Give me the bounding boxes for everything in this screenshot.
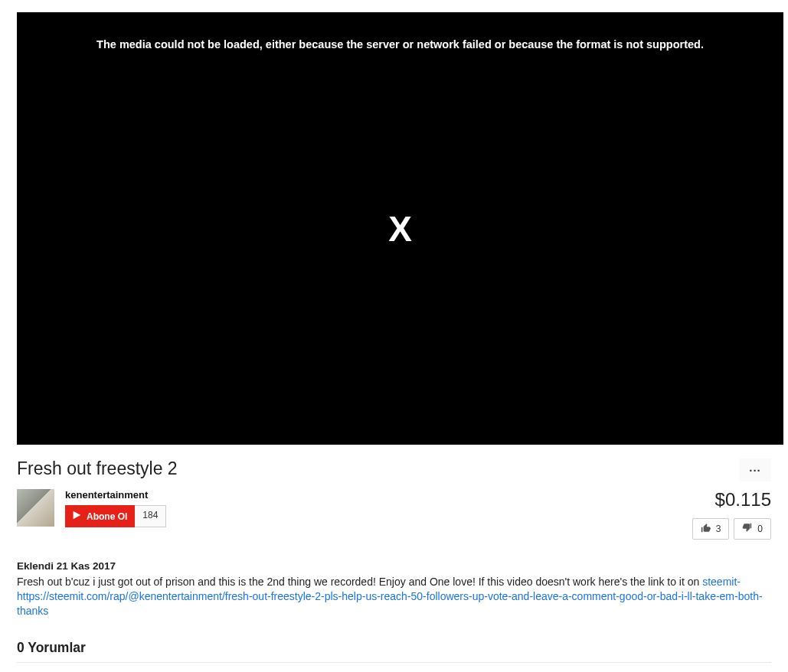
like-count: 3 — [716, 524, 721, 534]
play-icon — [71, 510, 82, 523]
channel-name-link[interactable]: kenentertainment — [65, 489, 166, 501]
player-x-icon: X — [388, 208, 412, 250]
channel-avatar[interactable] — [17, 489, 54, 527]
upload-date: Eklendi 21 Kas 2017 — [17, 559, 771, 573]
video-price: $0.115 — [715, 489, 771, 511]
subscribe-button[interactable]: Abone Ol — [65, 505, 135, 527]
thumbs-up-icon — [701, 523, 711, 535]
dislike-button[interactable]: 0 — [734, 518, 771, 540]
more-options-button[interactable]: ··· — [739, 458, 771, 481]
subscribe-label: Abone Ol — [87, 511, 127, 522]
like-button[interactable]: 3 — [692, 518, 730, 540]
dislike-count: 0 — [757, 524, 763, 534]
video-title: Fresh out freestyle 2 — [17, 458, 178, 479]
thumbs-down-icon — [742, 523, 752, 535]
player-error-message: The media could not be loaded, either be… — [17, 38, 783, 51]
video-description: Eklendi 21 Kas 2017 Fresh out b'cuz i ju… — [17, 559, 771, 618]
subscriber-count: 184 — [135, 505, 166, 527]
description-text: Fresh out b'cuz i just got out of prison… — [17, 576, 702, 588]
video-player[interactable]: The media could not be loaded, either be… — [17, 12, 783, 445]
comments-header: 0 Yorumlar — [17, 640, 771, 663]
